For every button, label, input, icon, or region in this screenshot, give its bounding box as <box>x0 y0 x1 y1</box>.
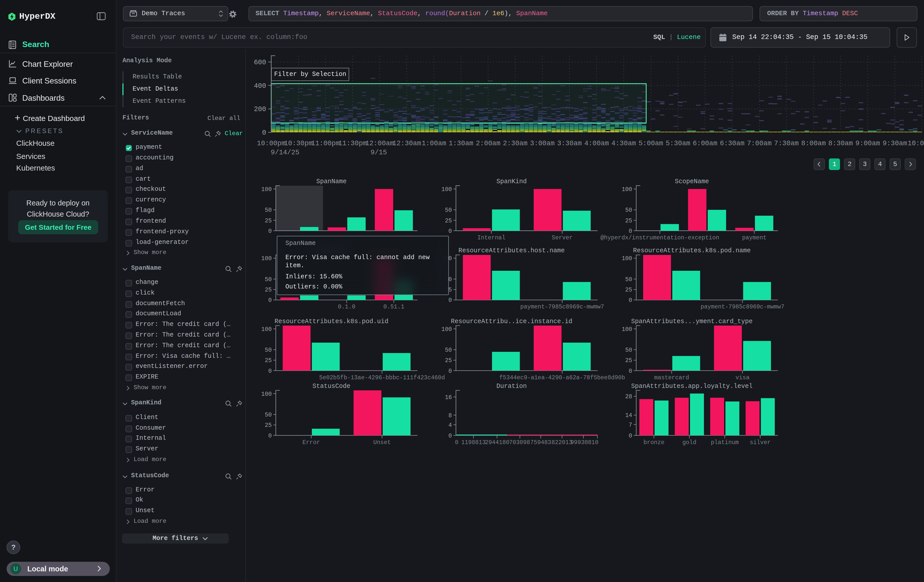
svg-text:9:00am: 9:00am <box>855 140 880 147</box>
svg-text:50: 50 <box>625 207 632 214</box>
svg-text:703098: 703098 <box>509 439 530 446</box>
svg-text:5:30am: 5:30am <box>666 140 690 147</box>
svg-text:3:00am: 3:00am <box>530 140 554 147</box>
svg-text:28: 28 <box>625 394 632 400</box>
svg-text:0: 0 <box>629 368 632 374</box>
svg-text:8:30am: 8:30am <box>828 140 853 147</box>
svg-text:100: 100 <box>622 256 632 262</box>
svg-text:0: 0 <box>455 439 459 446</box>
svg-text:platinum: platinum <box>711 439 739 446</box>
svg-text:bronze: bronze <box>644 439 664 446</box>
svg-text:0: 0 <box>448 368 452 374</box>
svg-text:25: 25 <box>625 357 632 364</box>
svg-text:Error: Error <box>302 439 320 446</box>
svg-text:25: 25 <box>265 287 272 293</box>
svg-text:1198813: 1198813 <box>461 439 486 446</box>
svg-text:7:30am: 7:30am <box>774 140 799 147</box>
svg-text:9/14/25: 9/14/25 <box>271 149 299 157</box>
svg-text:100: 100 <box>442 186 452 193</box>
svg-text:8:00am: 8:00am <box>801 140 826 147</box>
svg-text:50: 50 <box>265 207 272 214</box>
svg-text:25: 25 <box>445 357 452 364</box>
svg-text:12:00am: 12:00am <box>365 140 394 147</box>
svg-text:0: 0 <box>268 297 272 303</box>
svg-text:4:30am: 4:30am <box>612 140 636 147</box>
svg-text:100: 100 <box>442 326 452 333</box>
svg-text:0.51.1: 0.51.1 <box>383 303 404 310</box>
svg-text:Internal: Internal <box>477 234 505 241</box>
svg-text:50: 50 <box>265 276 272 283</box>
svg-text:400: 400 <box>254 82 266 90</box>
svg-text:0: 0 <box>629 433 632 439</box>
svg-text:payment-7985c8969c-mwmw7: payment-7985c8969c-mwmw7 <box>701 303 784 310</box>
svg-text:759483: 759483 <box>530 439 551 446</box>
svg-text:mastercard: mastercard <box>654 374 689 381</box>
svg-text:SpanAttributes.app.loyalty.lev: SpanAttributes.app.loyalty.level <box>631 383 753 390</box>
svg-text:3:30am: 3:30am <box>557 140 582 147</box>
svg-text:payment-7985c8969c-mwmw7: payment-7985c8969c-mwmw7 <box>520 303 604 310</box>
svg-text:5e02b5fb-13ae-4296-bbbc-111f42: 5e02b5fb-13ae-4296-bbbc-111f423c460d <box>319 374 445 381</box>
svg-text:visa: visa <box>736 374 749 381</box>
svg-text:16: 16 <box>445 394 452 401</box>
svg-text:25: 25 <box>265 422 272 429</box>
svg-text:822013: 822013 <box>551 439 572 446</box>
svg-text:0: 0 <box>268 368 272 374</box>
svg-text:50: 50 <box>625 276 632 283</box>
svg-text:ResourceAttributes.k8s.pod.uid: ResourceAttributes.k8s.pod.uid <box>274 318 388 325</box>
svg-text:100: 100 <box>622 186 632 193</box>
svg-text:4:00am: 4:00am <box>584 140 609 147</box>
svg-text:6:30am: 6:30am <box>720 140 744 147</box>
svg-text:0: 0 <box>629 228 632 234</box>
svg-text:11:30pm: 11:30pm <box>338 140 367 147</box>
svg-text:100: 100 <box>261 186 272 193</box>
svg-text:StatusCode: StatusCode <box>312 383 350 390</box>
svg-text:0: 0 <box>448 297 452 303</box>
svg-text:0: 0 <box>629 297 632 303</box>
svg-text:600: 600 <box>254 59 266 66</box>
svg-text:2944180: 2944180 <box>485 439 510 446</box>
svg-text:100: 100 <box>622 326 632 333</box>
svg-text:10:00am: 10:00am <box>908 140 924 147</box>
svg-text:7:00am: 7:00am <box>747 140 771 147</box>
svg-text:0: 0 <box>448 433 452 439</box>
svg-text:50: 50 <box>625 347 632 353</box>
svg-text:25: 25 <box>445 218 452 224</box>
svg-text:2:30am: 2:30am <box>503 140 528 147</box>
svg-text:silver: silver <box>750 439 771 446</box>
svg-text:1:30am: 1:30am <box>449 140 474 147</box>
svg-text:Duration: Duration <box>497 383 527 390</box>
svg-text:@hyperdx/instrumentation-excep: @hyperdx/instrumentation-exception <box>601 234 719 241</box>
svg-text:2:00am: 2:00am <box>476 140 500 147</box>
svg-text:SpanKind: SpanKind <box>497 178 527 185</box>
svg-text:25: 25 <box>265 218 272 224</box>
svg-text:0.1.0: 0.1.0 <box>338 303 355 310</box>
svg-text:8: 8 <box>448 412 452 419</box>
svg-text:100: 100 <box>261 326 272 333</box>
svg-text:Server: Server <box>552 234 573 241</box>
svg-text:ResourceAttributes.k8s.pod.nam: ResourceAttributes.k8s.pod.name <box>633 247 751 254</box>
svg-text:100: 100 <box>261 391 272 397</box>
svg-text:10:00pm: 10:00pm <box>257 140 285 147</box>
svg-text:1:00am: 1:00am <box>422 140 446 147</box>
svg-text:Unset: Unset <box>373 439 391 446</box>
svg-text:gold: gold <box>682 439 696 446</box>
svg-text:6:00am: 6:00am <box>693 140 717 147</box>
svg-text:9:30am: 9:30am <box>883 140 907 147</box>
svg-text:0: 0 <box>268 228 272 234</box>
svg-text:11:00pm: 11:00pm <box>311 140 340 147</box>
svg-text:50: 50 <box>265 412 272 418</box>
svg-text:ScopeName: ScopeName <box>675 178 709 185</box>
svg-text:200: 200 <box>254 106 266 113</box>
svg-text:12:30am: 12:30am <box>393 140 421 147</box>
svg-text:ResourceAttribu..ice.instance.: ResourceAttribu..ice.instance.id <box>451 318 572 325</box>
svg-text:7: 7 <box>629 422 632 429</box>
svg-text:14: 14 <box>625 412 632 419</box>
svg-text:ResourceAttributes.host.name: ResourceAttributes.host.name <box>459 247 565 254</box>
svg-text:25: 25 <box>625 218 632 224</box>
svg-text:0: 0 <box>448 228 452 234</box>
svg-text:25: 25 <box>625 287 632 293</box>
svg-text:9/15: 9/15 <box>371 149 387 157</box>
svg-text:50: 50 <box>265 347 272 353</box>
svg-text:25: 25 <box>265 357 272 364</box>
svg-text:99930810: 99930810 <box>571 439 598 446</box>
